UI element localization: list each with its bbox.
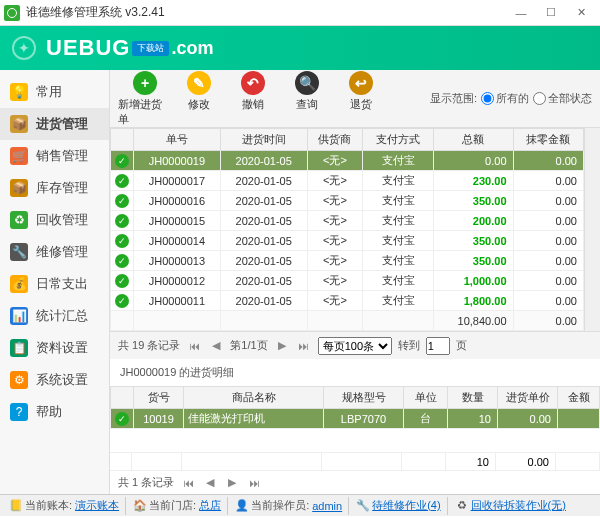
table-row[interactable]: ✓JH00000172020-01-05<无>支付宝230.000.00: [111, 171, 584, 191]
sidebar-item-7[interactable]: 📊统计汇总: [0, 300, 109, 332]
wrench-icon: 🔧: [357, 500, 369, 512]
filter-label: 显示范围:: [430, 91, 477, 106]
detail-first-button[interactable]: ⏮: [180, 475, 196, 491]
col-header[interactable]: [111, 387, 134, 409]
detail-count: 共 1 条记录: [118, 475, 174, 490]
titlebar: 谁德维修管理系统 v3.2.41 — ☐ ✕: [0, 0, 600, 26]
col-header[interactable]: 规格型号: [324, 387, 404, 409]
goto-label: 转到: [398, 338, 420, 353]
sidebar-item-label: 常用: [36, 83, 62, 101]
sidebar-item-3[interactable]: 📦库存管理: [0, 172, 109, 204]
col-header[interactable]: 总额: [433, 129, 513, 151]
recycle-icon: ♻: [456, 500, 468, 512]
banner: UEBUG 下载站 .com: [0, 26, 600, 70]
toolbar-icon: ✎: [187, 71, 211, 95]
maximize-button[interactable]: ☐: [536, 3, 566, 23]
status-repair[interactable]: 🔧 待维修作业(4): [351, 497, 447, 515]
last-page-button[interactable]: ⏭: [296, 338, 312, 354]
col-header[interactable]: 商品名称: [184, 387, 324, 409]
sidebar-item-9[interactable]: ⚙系统设置: [0, 364, 109, 396]
detail-pager: 共 1 条记录 ⏮ ◀ ▶ ⏭: [110, 470, 600, 494]
detail-last-button[interactable]: ⏭: [246, 475, 262, 491]
col-header[interactable]: 金额: [558, 387, 600, 409]
table-row[interactable]: ✓JH00000192020-01-05<无>支付宝0.000.00: [111, 151, 584, 171]
sidebar-item-6[interactable]: 💰日常支出: [0, 268, 109, 300]
toolbar-label: 修改: [188, 97, 210, 112]
minimize-button[interactable]: —: [506, 3, 536, 23]
prev-page-button[interactable]: ◀: [208, 338, 224, 354]
col-header[interactable]: [111, 129, 134, 151]
main-grid[interactable]: 单号进货时间供货商支付方式总额抹零金额 ✓JH00000192020-01-05…: [110, 128, 584, 331]
page-indicator: 第1/1页: [230, 338, 267, 353]
table-row[interactable]: ✓JH00000162020-01-05<无>支付宝350.000.00: [111, 191, 584, 211]
toolbar-icon: ↶: [241, 71, 265, 95]
check-icon: ✓: [115, 412, 129, 426]
vertical-scrollbar[interactable]: [584, 128, 600, 331]
sidebar-item-5[interactable]: 🔧维修管理: [0, 236, 109, 268]
table-row[interactable]: ✓JH00000142020-01-05<无>支付宝350.000.00: [111, 231, 584, 251]
status-user: 👤 当前操作员:admin: [230, 497, 349, 515]
col-header[interactable]: 数量: [448, 387, 498, 409]
toolbar-button-4[interactable]: ↩退货: [334, 71, 388, 127]
sidebar-item-label: 系统设置: [36, 371, 88, 389]
sidebar-icon: 📦: [10, 179, 28, 197]
account-link[interactable]: 演示账本: [75, 498, 119, 513]
table-row[interactable]: ✓10019佳能激光打印机LBP7070台100.00: [111, 409, 600, 429]
sidebar-item-8[interactable]: 📋资料设置: [0, 332, 109, 364]
status-recycle[interactable]: ♻ 回收待拆装作业(无): [450, 497, 572, 515]
table-row[interactable]: ✓JH00000132020-01-05<无>支付宝350.000.00: [111, 251, 584, 271]
sidebar-item-1[interactable]: 📦进货管理: [0, 108, 109, 140]
sidebar-item-label: 帮助: [36, 403, 62, 421]
status-account: 📒 当前账本:演示账本: [4, 497, 126, 515]
col-header[interactable]: 进货单价: [498, 387, 558, 409]
col-header[interactable]: 抹零金额: [513, 129, 583, 151]
sidebar-item-0[interactable]: 💡常用: [0, 76, 109, 108]
detail-next-button[interactable]: ▶: [224, 475, 240, 491]
col-header[interactable]: 单号: [134, 129, 221, 151]
sidebar-icon: 🔧: [10, 243, 28, 261]
close-button[interactable]: ✕: [566, 3, 596, 23]
sidebar-item-10[interactable]: ?帮助: [0, 396, 109, 428]
logo-com: .com: [171, 38, 213, 59]
toolbar-button-2[interactable]: ↶撒销: [226, 71, 280, 127]
table-row[interactable]: ✓JH00000112020-01-05<无>支付宝1,800.000.00: [111, 291, 584, 311]
toolbar-icon: 🔍: [295, 71, 319, 95]
sidebar-icon: 💰: [10, 275, 28, 293]
col-header[interactable]: 进货时间: [220, 129, 307, 151]
check-icon: ✓: [115, 154, 129, 168]
col-header[interactable]: 供货商: [307, 129, 363, 151]
record-count: 共 19 条记录: [118, 338, 180, 353]
sidebar-item-2[interactable]: 🛒销售管理: [0, 140, 109, 172]
toolbar-label: 撒销: [242, 97, 264, 112]
toolbar-button-3[interactable]: 🔍查询: [280, 71, 334, 127]
sidebar-item-label: 维修管理: [36, 243, 88, 261]
detail-grid[interactable]: 货号商品名称规格型号单位数量进货单价金额 ✓10019佳能激光打印机LBP707…: [110, 386, 600, 429]
sidebar-icon: 📊: [10, 307, 28, 325]
table-row[interactable]: ✓JH00000152020-01-05<无>支付宝200.000.00: [111, 211, 584, 231]
first-page-button[interactable]: ⏮: [186, 338, 202, 354]
next-page-button[interactable]: ▶: [274, 338, 290, 354]
user-icon: 👤: [236, 500, 248, 512]
sidebar-icon: ⚙: [10, 371, 28, 389]
toolbar-icon: ↩: [349, 71, 373, 95]
main: +新增进货单✎修改↶撒销🔍查询↩退货 显示范围: 所有的 全部状态 单号进货时间…: [110, 70, 600, 494]
store-link[interactable]: 总店: [199, 498, 221, 513]
sidebar-item-label: 进货管理: [36, 115, 88, 133]
toolbar-button-1[interactable]: ✎修改: [172, 71, 226, 127]
filter-status[interactable]: 全部状态: [533, 91, 592, 106]
col-header[interactable]: 支付方式: [363, 129, 433, 151]
goto-input[interactable]: [426, 337, 450, 355]
user-link[interactable]: admin: [312, 500, 342, 512]
filter-all[interactable]: 所有的: [481, 91, 529, 106]
sidebar-icon: 📦: [10, 115, 28, 133]
col-header[interactable]: 单位: [404, 387, 448, 409]
filter: 显示范围: 所有的 全部状态: [430, 91, 592, 106]
toolbar-button-0[interactable]: +新增进货单: [118, 71, 172, 127]
gear-icon: [12, 36, 36, 60]
table-row[interactable]: ✓JH00000122020-01-05<无>支付宝1,000.000.00: [111, 271, 584, 291]
check-icon: ✓: [115, 274, 129, 288]
page-size-select[interactable]: 每页100条: [318, 337, 392, 355]
detail-prev-button[interactable]: ◀: [202, 475, 218, 491]
sidebar-item-4[interactable]: ♻回收管理: [0, 204, 109, 236]
col-header[interactable]: 货号: [134, 387, 184, 409]
